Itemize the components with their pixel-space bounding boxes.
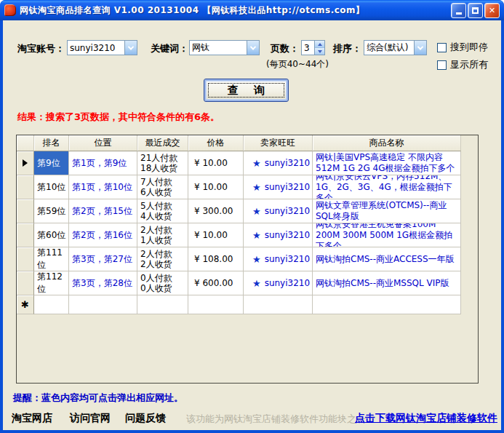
cell-seller-link[interactable]: ★sunyi3210 [244,151,313,175]
row-selector[interactable] [17,223,34,247]
current-row-icon [23,159,28,167]
form-content: 淘宝账号： sunyi3210 关键词： 网钛 页数： 3 (每页40~44个)… [3,20,501,430]
show-all-checkbox[interactable] [437,60,447,70]
row-selector[interactable] [17,175,34,199]
cell-product-link[interactable]: 网钛淘拍CMS--商业MSSQL VIP版 [313,271,461,295]
taobao-shop-link[interactable]: 淘宝网店 [12,412,52,425]
download-software-link[interactable]: 点击下载网钛淘宝店铺装修软件 [355,412,497,425]
row-selector[interactable] [17,151,34,175]
stop-when-found-checkbox[interactable] [437,43,447,52]
cell-seller-link[interactable]: ★sunyi3210 [244,247,313,271]
query-button[interactable]: 查 询 [204,79,289,102]
cell-empty [244,295,313,314]
cell-price: ¥ 108.00 [188,247,244,271]
cell-product-link[interactable]: 网钛文章管理系统(OTCMS)--商业SQL终身版 [313,199,461,223]
wangwang-star-icon: ★ [252,254,261,265]
cell-position-link[interactable]: 第3页，第27位 [69,247,137,271]
column-header-deals[interactable]: 最近成交 [137,135,188,151]
column-header-rank[interactable]: 排名 [34,135,69,151]
cell-position-link[interactable]: 第2页，第16位 [69,223,137,247]
cell-deals: 21人付款18人收货 [137,151,188,175]
row-selector[interactable] [17,199,34,223]
show-all-label: 显示所有 [450,58,488,71]
wangwang-star-icon: ★ [252,158,261,169]
cell-seller-link[interactable]: ★sunyi3210 [244,199,313,223]
cell-empty [34,295,69,314]
minimize-button[interactable] [451,3,466,18]
keyword-dropdown-button[interactable] [247,41,259,55]
cell-rank[interactable]: 第60位 [34,223,69,247]
keyword-label: 关键词： [151,42,188,55]
cell-deals: 2人付款2人收货 [137,247,188,271]
cell-deals: 5人付款4人收货 [137,199,188,223]
reminder-text: 提醒：蓝色内容均可点击弹出相应网址。 [13,392,183,405]
spin-down-button[interactable] [315,47,324,55]
stop-when-found-option[interactable]: 搜到即停 [437,41,488,54]
sort-dropdown-button[interactable] [414,41,426,55]
column-header-product[interactable]: 商品名称 [313,135,461,151]
cell-empty [137,295,188,314]
table-corner-cell [17,135,34,151]
keyword-value: 网钛 [190,41,247,54]
column-header-seller[interactable]: 卖家旺旺 [244,135,313,151]
new-row-selector[interactable]: ✱ [17,295,34,314]
cell-rank[interactable]: 第112位 [34,271,69,295]
cell-product-link[interactable]: 网钛淘拍CMS--商业ACCESS一年版 [313,247,461,271]
cell-price: ¥ 10.00 [188,175,244,199]
sort-combobox[interactable]: 综合(默认) [364,40,427,55]
cell-price: ¥ 10.00 [188,151,244,175]
spin-up-button[interactable] [315,41,324,47]
maximize-button[interactable] [468,3,483,18]
footer-note: 该功能为网钛淘宝店铺装修软件功能块之一 [186,413,366,426]
row-selector[interactable] [17,271,34,295]
account-combobox[interactable]: sunyi3210 [67,40,137,55]
cell-empty [69,295,137,314]
app-window: 网钛淘宝商品排名查询 V1.00 20131004 【网钛科技出品http://… [0,0,504,433]
show-all-option[interactable]: 显示所有 [437,58,488,71]
pages-stepper[interactable]: 3 [301,40,325,55]
titlebar[interactable]: 网钛淘宝商品排名查询 V1.00 20131004 【网钛科技出品http://… [0,0,504,20]
cell-deals: 7人付款6人收货 [137,175,188,199]
query-button-label: 查 询 [222,84,271,98]
cell-rank[interactable]: 第10位 [34,175,69,199]
official-site-link[interactable]: 访问官网 [70,412,111,425]
pages-value: 3 [302,41,314,55]
cell-rank[interactable]: 第111位 [34,247,69,271]
cell-product-link[interactable]: 网钛|景安快云VPS，内存512M、1G、2G、3G、4G，根据金额拍下多个 [313,175,461,199]
cell-deals: 0人付款0人收货 [137,271,188,295]
wangwang-star-icon: ★ [252,230,261,241]
cell-seller-link[interactable]: ★sunyi3210 [244,223,313,247]
cell-position-link[interactable]: 第3页，第28位 [69,271,137,295]
pages-hint: (每页40~44个) [266,58,329,71]
cell-position-link[interactable]: 第1页，第9位 [69,151,137,175]
pages-label: 页数： [271,42,299,55]
account-dropdown-button[interactable] [124,41,137,55]
wangwang-star-icon: ★ [252,278,261,289]
cell-rank[interactable]: 第9位 [34,151,69,175]
cell-position-link[interactable]: 第2页，第15位 [69,199,137,223]
cell-rank[interactable]: 第59位 [34,199,69,223]
maximize-icon [472,7,479,14]
keyword-combobox[interactable]: 网钛 [189,40,260,55]
account-label: 淘宝账号： [17,42,65,55]
sort-label: 排序： [333,42,361,55]
minimize-icon [456,12,462,15]
wangwang-star-icon: ★ [252,182,261,193]
cell-seller-link[interactable]: ★sunyi3210 [244,175,313,199]
window-title: 网钛淘宝商品排名查询 V1.00 20131004 【网钛科技出品http://… [20,4,365,17]
cell-empty [188,295,244,314]
cell-product-link[interactable]: 网钛景安香港主机免备案100M 200M 300M 500M 1G根据金额拍下多… [313,223,461,247]
column-header-price[interactable]: 价格 [188,135,244,151]
feedback-link[interactable]: 问题反馈 [125,412,166,425]
column-header-position[interactable]: 位置 [69,135,137,151]
row-selector[interactable] [17,247,34,271]
cell-position-link[interactable]: 第1页，第10位 [69,175,137,199]
cell-empty [313,295,461,314]
cell-seller-link[interactable]: ★sunyi3210 [244,271,313,295]
cell-product-link[interactable]: 网钛|美国VPS高速稳定 不限内容512M 1G 2G 4G根据金额拍下多个 [313,151,461,175]
wangwang-star-icon: ★ [252,206,261,217]
chevron-down-icon [417,44,423,49]
chevron-down-icon [128,44,134,49]
cell-price: ¥ 10.00 [188,223,244,247]
close-button[interactable]: ✕ [484,3,500,18]
